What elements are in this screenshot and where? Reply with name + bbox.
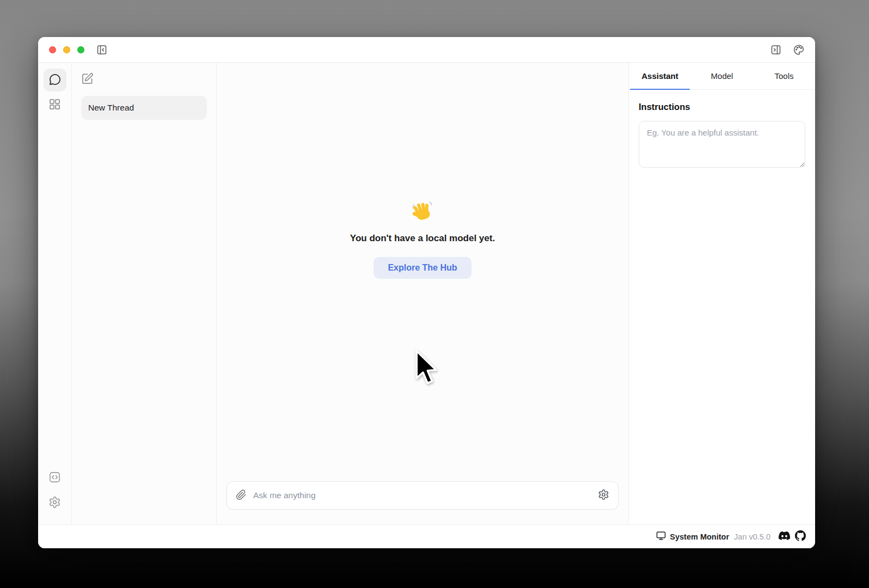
- empty-state-message: You don't have a local model yet.: [350, 233, 495, 244]
- panel-right-open-icon: [770, 44, 781, 55]
- main-chat-area: You don't have a local model yet. Explor…: [217, 63, 629, 524]
- assistant-panel: Assistant Model Tools Instructions: [629, 63, 815, 524]
- sidebar-item-hub[interactable]: [44, 94, 66, 117]
- discord-icon: [779, 531, 790, 542]
- sidebar-item-local-api-server[interactable]: [44, 467, 66, 489]
- system-monitor-button[interactable]: System Monitor: [656, 531, 729, 542]
- tab-tools[interactable]: Tools: [753, 63, 815, 89]
- model-settings-button[interactable]: [598, 489, 609, 502]
- desktop-background: New Thread: [0, 0, 869, 588]
- message-input[interactable]: [253, 491, 591, 500]
- open-right-panel-button[interactable]: [770, 44, 781, 55]
- chat-input-bar: [227, 481, 619, 510]
- attach-file-button[interactable]: [236, 489, 247, 502]
- title-bar: [38, 37, 815, 63]
- thread-title: New Thread: [88, 103, 134, 113]
- thread-list-item[interactable]: New Thread: [81, 96, 207, 120]
- edit-pencil-icon: [81, 78, 94, 87]
- chat-bubble-icon: [48, 73, 62, 88]
- jan-app-window: New Thread: [38, 37, 815, 548]
- github-link[interactable]: [795, 530, 806, 543]
- collapse-left-panel-button[interactable]: [96, 44, 107, 55]
- app-version-label: Jan v0.5.0: [734, 532, 770, 541]
- paperclip-icon: [236, 489, 247, 502]
- minimize-button[interactable]: [63, 46, 70, 53]
- instructions-textarea[interactable]: [639, 121, 805, 168]
- window-body: New Thread: [38, 63, 815, 524]
- panel-tabs: Assistant Model Tools: [629, 63, 815, 90]
- discord-link[interactable]: [779, 531, 790, 542]
- sidebar-item-threads[interactable]: [44, 69, 66, 91]
- code-square-icon: [48, 471, 61, 485]
- zoom-button[interactable]: [77, 46, 84, 53]
- instructions-section: Instructions: [629, 90, 815, 182]
- empty-state: You don't have a local model yet. Explor…: [217, 63, 628, 481]
- sidebar-item-settings[interactable]: [44, 492, 66, 514]
- close-button[interactable]: [49, 46, 56, 53]
- gear-icon: [598, 489, 609, 502]
- tab-model[interactable]: Model: [691, 63, 753, 89]
- left-rail: [38, 63, 72, 524]
- traffic-lights: [49, 46, 84, 53]
- grid-icon: [48, 98, 61, 112]
- github-icon: [795, 530, 806, 543]
- monitor-icon: [656, 531, 666, 542]
- palette-icon: [793, 44, 804, 55]
- system-monitor-label: System Monitor: [670, 532, 729, 541]
- thread-list-panel: New Thread: [72, 63, 217, 524]
- new-thread-button[interactable]: [81, 72, 94, 87]
- tab-assistant[interactable]: Assistant: [629, 63, 691, 89]
- wave-emoji-icon: [411, 200, 434, 225]
- explore-hub-button[interactable]: Explore The Hub: [374, 257, 471, 279]
- theme-button[interactable]: [793, 44, 804, 55]
- panel-left-collapse-icon: [96, 44, 107, 55]
- status-bar: System Monitor Jan v0.5.0: [38, 524, 815, 548]
- instructions-heading: Instructions: [639, 102, 805, 112]
- gear-icon: [48, 496, 61, 510]
